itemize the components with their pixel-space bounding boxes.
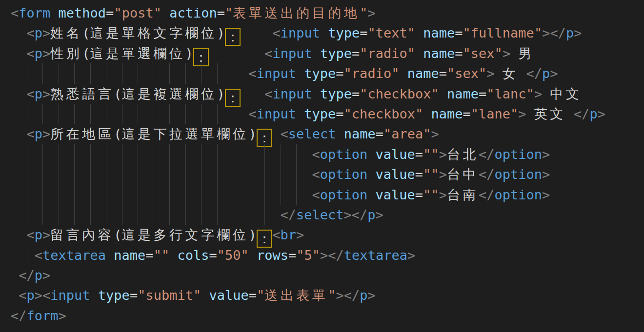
code-token: > — [534, 86, 542, 101]
code-token — [241, 25, 272, 40]
code-token: method — [59, 5, 106, 20]
code-token: cols — [177, 248, 209, 263]
code-token: name — [344, 126, 376, 141]
indent-guide — [59, 63, 59, 83]
indent-guide — [201, 185, 201, 205]
indent-guide — [122, 185, 122, 205]
code-token: name — [423, 25, 455, 40]
code-token: 女 — [495, 66, 526, 81]
indent-guide — [154, 164, 154, 184]
code-token: 台中 — [447, 167, 479, 182]
indent-guide — [42, 144, 43, 164]
indent-guide — [74, 63, 75, 83]
code-token: option — [320, 167, 368, 182]
indent-guide — [42, 104, 43, 124]
code-token: p — [35, 268, 42, 283]
code-line: <p>留言內容(這是多行文字欄位)：<br> — [0, 225, 644, 245]
indent-guide — [106, 144, 106, 164]
indent-guide — [233, 63, 233, 83]
indent-guide — [201, 63, 201, 83]
indent-guide — [185, 205, 186, 225]
indent-guide — [106, 164, 106, 184]
code-token: </ — [479, 167, 495, 182]
code-token: "fullname" — [463, 25, 543, 40]
code-token: p — [360, 288, 367, 303]
code-token: option — [494, 187, 542, 202]
code-token: option — [494, 167, 542, 182]
indent-guide — [74, 164, 75, 184]
code-token: </ — [526, 66, 543, 81]
code-token: > — [439, 167, 447, 182]
indent-guide — [154, 205, 154, 225]
code-line: <textarea name="" cols="50" rows="5"></t… — [0, 245, 644, 265]
code-line: </form> — [0, 306, 644, 326]
indent-guide — [122, 63, 122, 83]
code-token: = — [336, 66, 343, 81]
code-token: br — [281, 227, 297, 242]
indent-guide — [281, 144, 281, 164]
code-token: = — [455, 46, 463, 61]
code-token: "" — [423, 167, 439, 182]
code-token — [367, 147, 375, 162]
code-token: </ — [479, 187, 495, 202]
code-token: < — [249, 106, 257, 121]
indent-guide — [201, 144, 201, 164]
code-token: "radio" — [360, 46, 415, 61]
code-line: <option value="">台南</option> — [0, 185, 644, 205]
code-token: < — [11, 5, 19, 20]
code-token: > — [542, 167, 550, 182]
code-line: <option value="">台北</option> — [0, 144, 644, 164]
code-token: "checkbox" — [360, 86, 439, 101]
code-token: input — [272, 86, 312, 101]
indent-guide — [11, 43, 11, 63]
indent-guide — [264, 205, 265, 225]
code-token — [320, 25, 328, 40]
indent-guide — [106, 205, 106, 225]
code-token — [423, 106, 431, 121]
code-token: < — [264, 86, 272, 101]
code-token: > — [376, 207, 383, 222]
code-token: input — [272, 46, 312, 61]
code-token: 台南 — [447, 187, 479, 202]
indent-guide — [185, 164, 186, 184]
indent-guide — [233, 104, 233, 124]
code-token: rows — [257, 248, 288, 263]
code-token — [439, 86, 447, 101]
code-token: value — [376, 167, 415, 182]
code-token: > — [518, 106, 526, 121]
indent-guide — [296, 144, 297, 164]
code-editor[interactable]: <form method="post" action="表單送出的目的地"><p… — [0, 0, 644, 332]
code-token: > — [542, 187, 550, 202]
code-token — [272, 126, 280, 141]
indent-guide — [281, 185, 281, 205]
indent-guide — [106, 104, 106, 124]
code-token: > — [42, 227, 50, 242]
code-token: = — [360, 25, 367, 40]
code-token: select — [296, 207, 344, 222]
indent-guide — [185, 63, 186, 83]
code-token: name — [431, 106, 463, 121]
code-line: <input type="radio" name="sex"> 女 </p> — [0, 63, 644, 83]
code-token: = — [352, 86, 360, 101]
code-token: </ — [479, 147, 495, 162]
code-line: </p> — [0, 265, 644, 285]
code-token: > — [368, 5, 376, 20]
code-token: "sex" — [463, 46, 503, 61]
code-token — [312, 46, 320, 61]
code-token: type — [328, 25, 360, 40]
indent-guide — [138, 164, 138, 184]
indent-guide — [122, 144, 122, 164]
code-token: form — [19, 5, 50, 20]
code-token: value — [376, 147, 415, 162]
code-token: input — [50, 288, 90, 303]
code-line: <p><input type="submit" value="送出表單"></p… — [0, 285, 644, 305]
code-token — [336, 126, 343, 141]
code-token: = — [217, 5, 225, 20]
indent-guide — [169, 63, 170, 83]
indent-guide — [106, 63, 106, 83]
code-token: > — [42, 86, 50, 101]
code-token: < — [27, 46, 35, 61]
code-token: type — [304, 66, 336, 81]
indent-guide — [138, 205, 138, 225]
code-token: > — [368, 288, 376, 303]
